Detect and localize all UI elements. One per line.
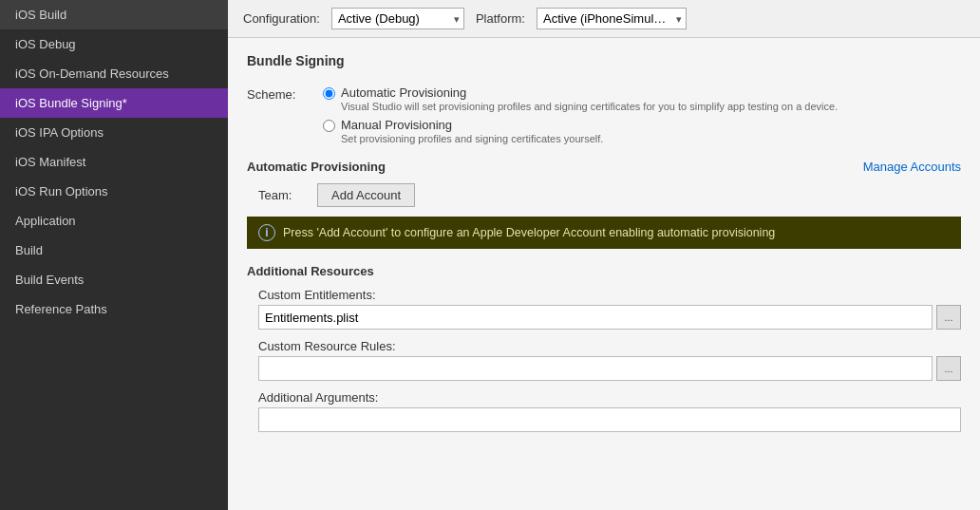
scheme-options: Automatic Provisioning Visual Studio wil… bbox=[323, 85, 961, 144]
scheme-label: Scheme: bbox=[247, 85, 323, 102]
platform-select-wrapper[interactable]: Active (iPhoneSimul… bbox=[537, 8, 687, 29]
additional-arguments-row: Additional Arguments: bbox=[247, 390, 961, 432]
additional-arguments-input-row bbox=[247, 407, 961, 432]
sidebar-item-ios-manifest[interactable]: iOS Manifest bbox=[0, 147, 228, 177]
toolbar: Configuration: Active (Debug) Platform: … bbox=[228, 0, 980, 38]
custom-entitlements-browse-button[interactable]: ... bbox=[936, 305, 961, 330]
sidebar-item-ios-on-demand[interactable]: iOS On-Demand Resources bbox=[0, 59, 228, 88]
info-icon: i bbox=[258, 224, 275, 241]
additional-resources-title: Additional Resources bbox=[247, 264, 961, 278]
automatic-provisioning-text: Automatic Provisioning Visual Studio wil… bbox=[341, 85, 838, 112]
platform-select[interactable]: Active (iPhoneSimul… bbox=[537, 8, 687, 29]
custom-resource-rules-input[interactable] bbox=[258, 356, 933, 381]
configuration-label: Configuration: bbox=[243, 11, 320, 26]
custom-resource-rules-browse-button[interactable]: ... bbox=[936, 356, 961, 381]
manual-provisioning-text: Manual Provisioning Set provisioning pro… bbox=[341, 118, 603, 144]
sidebar-item-application[interactable]: Application bbox=[0, 206, 228, 236]
custom-resource-rules-label: Custom Resource Rules: bbox=[247, 339, 961, 353]
main-content: Configuration: Active (Debug) Platform: … bbox=[228, 0, 980, 510]
manual-provisioning-radio[interactable] bbox=[323, 120, 335, 132]
scheme-row: Scheme: Automatic Provisioning Visual St… bbox=[247, 85, 961, 144]
sidebar-item-ios-bundle-signing[interactable]: iOS Bundle Signing* bbox=[0, 88, 228, 118]
sidebar-item-ios-ipa-options[interactable]: iOS IPA Options bbox=[0, 118, 228, 147]
automatic-provisioning-label: Automatic Provisioning bbox=[341, 85, 838, 100]
info-message-banner: i Press 'Add Account' to configure an Ap… bbox=[247, 217, 961, 249]
manage-accounts-link[interactable]: Manage Accounts bbox=[863, 160, 961, 174]
team-label: Team: bbox=[258, 188, 306, 202]
sidebar: iOS BuildiOS DebugiOS On-Demand Resource… bbox=[0, 0, 228, 510]
additional-arguments-label: Additional Arguments: bbox=[247, 390, 961, 405]
platform-label: Platform: bbox=[476, 11, 525, 26]
automatic-provisioning-option[interactable]: Automatic Provisioning Visual Studio wil… bbox=[323, 85, 961, 112]
custom-resource-rules-row: Custom Resource Rules: ... bbox=[247, 339, 961, 381]
sidebar-item-build-events[interactable]: Build Events bbox=[0, 265, 228, 294]
custom-entitlements-input-row: ... bbox=[247, 305, 961, 330]
sidebar-item-ios-debug[interactable]: iOS Debug bbox=[0, 29, 228, 59]
bundle-signing-title: Bundle Signing bbox=[247, 53, 961, 72]
sidebar-item-ios-run-options[interactable]: iOS Run Options bbox=[0, 177, 228, 206]
team-row: Team: Add Account bbox=[247, 183, 961, 207]
add-account-button[interactable]: Add Account bbox=[317, 183, 415, 207]
manual-provisioning-label: Manual Provisioning bbox=[341, 118, 603, 132]
manual-provisioning-sub: Set provisioning profiles and signing ce… bbox=[341, 133, 603, 144]
sidebar-item-build[interactable]: Build bbox=[0, 236, 228, 265]
manual-provisioning-option[interactable]: Manual Provisioning Set provisioning pro… bbox=[323, 118, 961, 144]
configuration-select[interactable]: Active (Debug) bbox=[331, 8, 464, 29]
custom-entitlements-input[interactable] bbox=[258, 305, 933, 330]
additional-arguments-input[interactable] bbox=[258, 407, 961, 432]
custom-resource-rules-input-row: ... bbox=[247, 356, 961, 381]
info-message-text: Press 'Add Account' to configure an Appl… bbox=[283, 226, 775, 239]
auto-prov-title: Automatic Provisioning bbox=[247, 160, 386, 174]
custom-entitlements-row: Custom Entitlements: ... bbox=[247, 288, 961, 330]
automatic-provisioning-radio[interactable] bbox=[323, 87, 335, 100]
custom-entitlements-label: Custom Entitlements: bbox=[247, 288, 961, 302]
configuration-select-wrapper[interactable]: Active (Debug) bbox=[331, 8, 464, 29]
automatic-provisioning-sub: Visual Studio will set provisioning prof… bbox=[341, 101, 838, 112]
sidebar-item-ios-build[interactable]: iOS Build bbox=[0, 0, 228, 29]
sidebar-item-reference-paths[interactable]: Reference Paths bbox=[0, 294, 228, 324]
auto-prov-header: Automatic Provisioning Manage Accounts bbox=[247, 160, 961, 174]
content-area: Bundle Signing Scheme: Automatic Provisi… bbox=[228, 38, 980, 510]
